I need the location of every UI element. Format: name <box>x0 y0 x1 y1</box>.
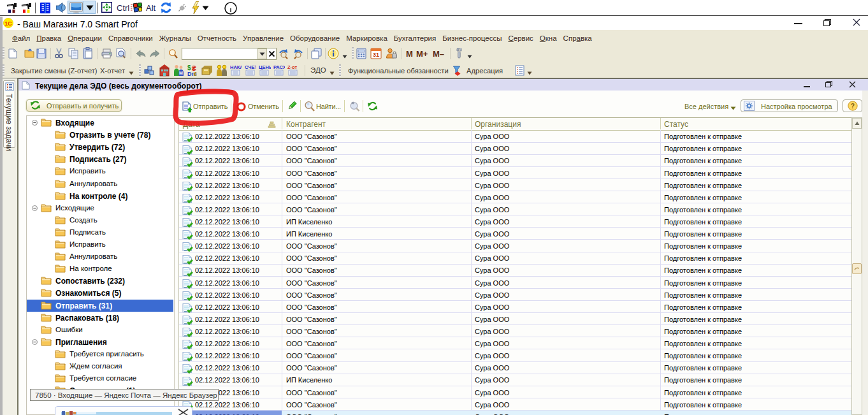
svg-text:ЦЕНЫ: ЦЕНЫ <box>259 64 271 70</box>
svg-text:€: € <box>194 71 197 76</box>
svg-text:31: 31 <box>373 52 379 58</box>
svg-text:Z-от: Z-от <box>287 64 297 70</box>
svg-text:?: ? <box>851 103 855 110</box>
svg-text:1С: 1С <box>4 20 12 27</box>
svg-text:СЧЕТ: СЧЕТ <box>245 64 256 70</box>
svg-text:РАСХ: РАСХ <box>273 64 285 70</box>
svg-text:М: М <box>179 71 183 75</box>
svg-text:НАКЛ: НАКЛ <box>230 64 242 70</box>
